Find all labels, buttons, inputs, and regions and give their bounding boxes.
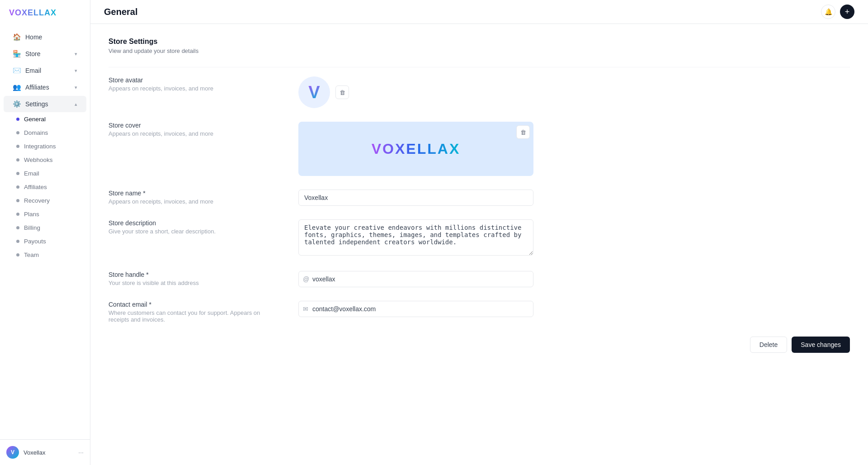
contact-email-row: Contact email * Where customers can cont… [108,301,850,323]
chevron-down-icon: ▾ [75,51,77,57]
sidebar-label-affiliates-sub: Affiliates [24,184,47,190]
sidebar-item-team[interactable]: Team [4,248,86,261]
delete-button[interactable]: Delete [750,337,787,353]
sidebar-label-billing: Billing [24,224,40,231]
sidebar-label-email-sub: Email [24,170,39,177]
page-title: General [104,7,137,17]
sidebar-label-general: General [24,116,46,123]
contact-email-desc: Where customers can contact you for supp… [108,309,280,323]
contact-email-input-col: ✉ [298,301,850,317]
store-handle-input-col: @ [298,271,850,287]
chevron-up-icon: ▴ [75,101,77,107]
dot-icon [16,253,19,256]
sidebar-nav: 🏠 Home 🏪 Store ▾ ✉️ Email ▾ 👥 Affiliates… [0,25,90,439]
sidebar-item-webhooks[interactable]: Webhooks [4,153,86,166]
trash-icon: 🗑 [520,129,526,136]
delete-cover-button[interactable]: 🗑 [516,125,530,139]
avatar-wrapper: V 🗑 [298,76,850,108]
main-panel: General 🔔 + Store Settings View and upda… [90,0,868,465]
avatar-field-label: Store avatar [108,76,280,84]
affiliates-icon: 👥 [13,83,21,91]
handle-input-wrapper: @ [298,271,533,287]
store-desc-desc: Give your store a short, clear descripti… [108,228,280,235]
store-desc-label-col: Store description Give your store a shor… [108,219,280,235]
more-options-icon[interactable]: ··· [78,449,84,456]
sidebar: VOXELLAX 🏠 Home 🏪 Store ▾ ✉️ Email ▾ 👥 A… [0,0,90,465]
dot-icon [16,240,19,243]
avatar-row: Store avatar Appears on receipts, invoic… [108,76,850,108]
dot-icon [16,226,19,229]
sidebar-item-affiliates-sub[interactable]: Affiliates [4,180,86,194]
sidebar-label-store: Store [25,50,40,57]
store-handle-input[interactable] [298,271,533,287]
cover-field-desc: Appears on receipts, invoices, and more [108,130,280,137]
store-handle-label: Store handle * [108,271,280,278]
sidebar-item-integrations[interactable]: Integrations [4,140,86,153]
section-header: Store Settings View and update your stor… [108,38,850,54]
avatar-label-col: Store avatar Appears on receipts, invoic… [108,76,280,92]
sidebar-item-home[interactable]: 🏠 Home [4,29,86,45]
store-name-desc: Appears on receipts, invoices, and more [108,198,280,205]
cover-row: Store cover Appears on receipts, invoice… [108,122,850,176]
sidebar-item-settings[interactable]: ⚙️ Settings ▴ [4,96,86,112]
add-new-button[interactable]: + [840,5,854,19]
delete-avatar-button[interactable]: 🗑 [335,85,349,99]
store-icon: 🏪 [13,50,21,58]
cover-logo: VOXELLAX [372,141,460,157]
sidebar-item-affiliates[interactable]: 👥 Affiliates ▾ [4,79,86,95]
email-icon: ✉️ [13,66,21,75]
sidebar-item-email-sub[interactable]: Email [4,167,86,180]
dot-icon [16,158,19,161]
sidebar-item-plans[interactable]: Plans [4,208,86,221]
sidebar-item-domains[interactable]: Domains [4,126,86,139]
store-name-label: Store name * [108,190,280,197]
avatar-letter: V [11,449,14,456]
sidebar-item-billing[interactable]: Billing [4,221,86,234]
store-avatar: V [298,76,330,108]
store-handle-desc: Your store is visible at this address [108,280,280,286]
store-desc-label: Store description [108,219,280,227]
settings-subnav: General Domains Integrations Webhooks Em… [4,113,86,261]
user-avatar: V [6,446,19,459]
store-description-input[interactable] [298,219,533,256]
store-name-label-col: Store name * Appears on receipts, invoic… [108,190,280,205]
avatar-v-letter: V [308,83,320,102]
save-changes-button[interactable]: Save changes [792,337,850,353]
plus-icon: + [845,7,850,17]
sidebar-item-store[interactable]: 🏪 Store ▾ [4,46,86,62]
form-actions: Delete Save changes [108,337,850,362]
store-name-row: Store name * Appears on receipts, invoic… [108,190,850,206]
content-area: Store Settings View and update your stor… [90,24,868,465]
sidebar-item-general[interactable]: General [4,113,86,126]
dot-icon [16,185,19,189]
contact-email-label-col: Contact email * Where customers can cont… [108,301,280,323]
store-handle-row: Store handle * Your store is visible at … [108,271,850,287]
sidebar-label-payouts: Payouts [24,238,46,245]
footer-user-name: Voxellax [24,449,74,456]
sidebar-label-webhooks: Webhooks [24,157,53,163]
topbar: General 🔔 + [90,0,868,24]
sidebar-item-recovery[interactable]: Recovery [4,194,86,207]
sidebar-item-email[interactable]: ✉️ Email ▾ [4,62,86,79]
contact-email-input[interactable] [298,301,533,317]
cover-field-label: Store cover [108,122,280,129]
avatar-field-desc: Appears on receipts, invoices, and more [108,85,280,92]
store-handle-label-col: Store handle * Your store is visible at … [108,271,280,286]
dot-icon [16,172,19,175]
avatar-input-col: V 🗑 [298,76,850,108]
home-icon: 🏠 [13,33,21,41]
trash-icon: 🗑 [340,89,345,96]
sidebar-item-payouts[interactable]: Payouts [4,235,86,248]
sidebar-label-settings: Settings [25,100,48,108]
dot-icon [16,118,19,121]
app-logo: VOXELLAX [0,0,90,25]
email-input-wrapper: ✉ [298,301,533,317]
sidebar-label-affiliates: Affiliates [25,84,49,91]
notifications-button[interactable]: 🔔 [821,5,835,19]
sidebar-label-domains: Domains [24,129,48,136]
sidebar-label-integrations: Integrations [24,143,56,150]
sidebar-label-team: Team [24,251,39,258]
store-name-input[interactable] [298,190,533,206]
cover-wrapper: VOXELLAX 🗑 [298,122,533,176]
store-desc-row: Store description Give your store a shor… [108,219,850,257]
